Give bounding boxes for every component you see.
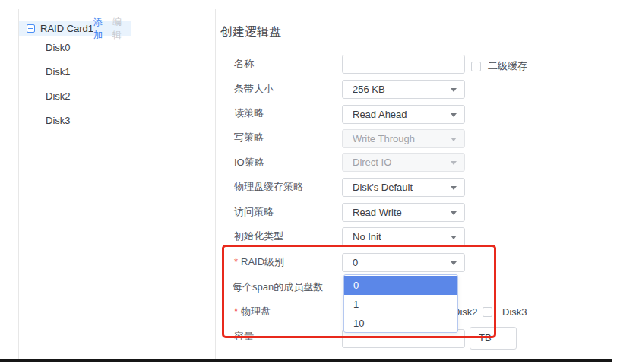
- sidebar: RAID Card1 添加 编辑 Disk0 Disk1 Disk2 Disk3: [18, 9, 131, 359]
- disk-cache-policy-label: 物理盘缓存策略: [234, 181, 303, 193]
- raid-level-dropdown: 0 1 10: [343, 274, 458, 333]
- secondary-cache-label: 二级缓存: [488, 59, 527, 73]
- disk-tree-list: Disk0 Disk1 Disk2 Disk3: [46, 36, 122, 133]
- page: RAID Card1 添加 编辑 Disk0 Disk1 Disk2 Disk3…: [0, 0, 617, 364]
- init-type-label: 初始化类型: [234, 230, 283, 242]
- chevron-down-icon: [451, 236, 457, 239]
- io-policy-label: IO策略: [234, 157, 264, 169]
- page-title: 创建逻辑盘: [220, 24, 281, 40]
- secondary-cache-checkbox[interactable]: [471, 62, 481, 71]
- raid-level-option-10[interactable]: 10: [344, 314, 457, 333]
- sidebar-item-raid-card1[interactable]: RAID Card1 添加 编辑: [19, 21, 131, 36]
- read-policy-label: 读策略: [234, 107, 264, 119]
- sidebar-item-disk1[interactable]: Disk1: [46, 60, 122, 84]
- top-divider: [0, 2, 617, 2]
- chevron-down-icon: [451, 138, 457, 141]
- sidebar-item-disk2[interactable]: Disk2: [46, 84, 122, 109]
- main-panel-left-border: [215, 9, 216, 359]
- stripe-size-label: 条带大小: [234, 83, 274, 95]
- access-policy-select[interactable]: Read Write: [342, 203, 465, 222]
- write-policy-label: 写策略: [234, 131, 264, 144]
- secondary-cache-option: 二级缓存: [471, 59, 527, 73]
- io-policy-select: Direct IO: [342, 153, 465, 172]
- write-policy-select: Write Through: [342, 129, 465, 148]
- chevron-down-icon: [451, 186, 457, 190]
- raid-card-label: RAID Card1: [40, 23, 93, 34]
- init-type-select[interactable]: No Init: [342, 227, 465, 246]
- required-marker: *: [234, 305, 238, 317]
- disk3-checkbox[interactable]: [483, 307, 492, 317]
- disk-cache-policy-select[interactable]: Disk's Default: [342, 178, 465, 197]
- chevron-down-icon: [451, 261, 457, 265]
- required-marker: *: [234, 256, 238, 267]
- collapse-minus-icon[interactable]: [27, 24, 35, 33]
- span-members-label: 每个span的成员盘数: [233, 281, 323, 293]
- raid-level-select[interactable]: 0: [342, 253, 465, 272]
- capacity-unit-select[interactable]: TB: [470, 327, 517, 350]
- bottom-border: [0, 359, 612, 362]
- sidebar-item-disk0[interactable]: Disk0: [46, 36, 122, 60]
- raid-level-option-0[interactable]: 0: [344, 276, 457, 295]
- access-policy-label: 访问策略: [234, 206, 274, 218]
- raid-level-label: *RAID级别: [234, 256, 284, 268]
- capacity-label: 容量: [234, 331, 254, 343]
- chevron-down-icon: [451, 113, 457, 117]
- chevron-down-icon: [451, 211, 457, 215]
- stripe-size-select[interactable]: 256 KB: [342, 80, 465, 99]
- chevron-down-icon: [451, 88, 457, 92]
- physical-disks-label: *物理盘: [234, 305, 271, 318]
- raid-level-option-1[interactable]: 1: [344, 295, 457, 314]
- name-input[interactable]: [342, 55, 465, 74]
- name-label: 名称: [234, 58, 254, 70]
- chevron-down-icon: [451, 161, 457, 165]
- physical-disk-option-disk3: Disk3: [483, 306, 527, 318]
- sidebar-item-disk3[interactable]: Disk3: [46, 109, 122, 133]
- read-policy-select[interactable]: Read Ahead: [342, 105, 465, 124]
